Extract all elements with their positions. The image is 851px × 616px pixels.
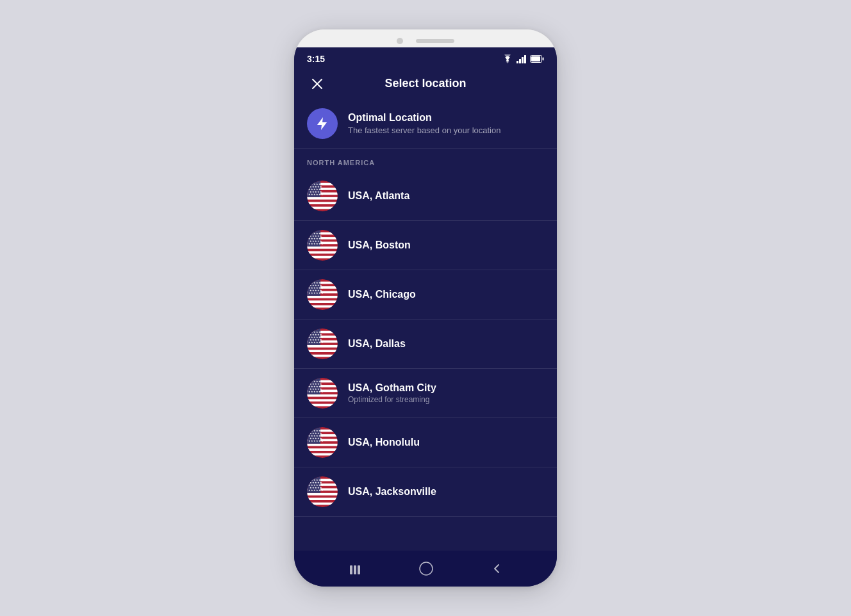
svg-text:★★★★★★: ★★★★★★	[308, 489, 324, 492]
status-time: 3:15	[307, 54, 325, 64]
svg-text:★★★★★★: ★★★★★★	[308, 390, 324, 393]
svg-rect-58	[307, 355, 338, 357]
svg-rect-99	[307, 498, 338, 500]
svg-text:★★★★★★: ★★★★★★	[308, 341, 324, 344]
usa-flag-dallas: ★★★★★★ ★★★★★ ★★★★★★ ★★★★★ ★★★★★★	[307, 328, 338, 359]
location-item-atlanta[interactable]: ★★★★★★ ★★★★★ ★★★★★★ ★★★★★ ★★★★★★ USA, At…	[294, 172, 557, 221]
nav-back[interactable]	[491, 563, 502, 574]
svg-rect-109	[358, 565, 360, 574]
phone-notch	[294, 29, 557, 47]
bottom-nav	[294, 551, 557, 587]
location-name-boston: USA, Boston	[348, 239, 411, 251]
optimal-location-item[interactable]: Optimal Location The fastest server base…	[294, 99, 557, 149]
front-camera	[397, 38, 403, 44]
location-text-boston: USA, Boston	[348, 239, 411, 251]
usa-flag-boston: ★★★★★★ ★★★★★ ★★★★★★ ★★★★★ ★★★★★★	[307, 230, 338, 261]
svg-rect-30	[307, 256, 338, 259]
svg-text:★★★★★★: ★★★★★★	[308, 242, 324, 245]
svg-text:★★★★★★: ★★★★★★	[308, 439, 324, 442]
svg-rect-42	[307, 296, 338, 298]
location-text-honolulu: USA, Honolulu	[348, 437, 420, 448]
svg-rect-29	[307, 251, 338, 254]
svg-rect-98	[307, 493, 338, 496]
svg-rect-57	[307, 350, 338, 352]
svg-rect-108	[354, 565, 356, 574]
location-item-gotham[interactable]: ★★★★★★ ★★★★★ ★★★★★★ ★★★★★ ★★★★★★ USA, Go…	[294, 369, 557, 418]
nav-recent-apps[interactable]	[349, 562, 361, 575]
signal-icon	[516, 54, 527, 63]
svg-rect-15	[307, 202, 338, 204]
phone-screen: 3:15	[294, 47, 557, 587]
location-name-jacksonville: USA, Jacksonville	[348, 486, 436, 498]
usa-flag-jacksonville: ★★★★★★ ★★★★★ ★★★★★★ ★★★★★ ★★★★★★	[307, 476, 338, 507]
svg-rect-56	[307, 345, 338, 348]
location-sub-gotham: Optimized for streaming	[348, 395, 436, 404]
optimal-subtitle: The fastest server based on your locatio…	[348, 126, 500, 135]
svg-text:★★★★★★: ★★★★★★	[308, 291, 324, 295]
usa-flag-gotham: ★★★★★★ ★★★★★ ★★★★★★ ★★★★★ ★★★★★★	[307, 378, 338, 409]
location-text-gotham: USA, Gotham City Optimized for streaming	[348, 382, 436, 404]
svg-rect-1	[519, 59, 521, 63]
location-item-dallas[interactable]: ★★★★★★ ★★★★★ ★★★★★★ ★★★★★ ★★★★★★ USA, Da…	[294, 320, 557, 369]
usa-flag-chicago: ★★★★★★ ★★★★★ ★★★★★★ ★★★★★ ★★★★★★	[307, 279, 338, 310]
location-name-gotham: USA, Gotham City	[348, 382, 436, 394]
location-item-jacksonville[interactable]: ★★★★★★ ★★★★★ ★★★★★★ ★★★★★ ★★★★★★ USA, Ja…	[294, 467, 557, 517]
location-item-chicago[interactable]: ★★★★★★ ★★★★★ ★★★★★★ ★★★★★ ★★★★★★ USA, Ch…	[294, 270, 557, 320]
optimal-icon	[307, 108, 338, 139]
optimal-title: Optimal Location	[348, 112, 500, 124]
svg-rect-110	[420, 562, 433, 575]
svg-rect-84	[307, 444, 338, 446]
svg-rect-71	[307, 399, 338, 401]
location-text-atlanta: USA, Atlanta	[348, 190, 409, 202]
location-item-boston[interactable]: ★★★★★★ ★★★★★ ★★★★★★ ★★★★★ ★★★★★★ USA, Bo…	[294, 221, 557, 270]
svg-rect-85	[307, 448, 338, 451]
usa-flag-atlanta: ★★★★★★ ★★★★★ ★★★★★★ ★★★★★ ★★★★★★	[307, 181, 338, 211]
location-text-dallas: USA, Dallas	[348, 338, 406, 350]
svg-rect-86	[307, 453, 338, 456]
svg-rect-43	[307, 300, 338, 303]
location-text-chicago: USA, Chicago	[348, 289, 416, 300]
location-name-honolulu: USA, Honolulu	[348, 437, 420, 448]
svg-rect-44	[307, 305, 338, 308]
svg-rect-2	[522, 57, 524, 63]
wifi-icon	[502, 54, 513, 63]
svg-rect-14	[307, 197, 338, 200]
status-icons	[502, 54, 544, 63]
svg-rect-16	[307, 207, 338, 209]
location-name-atlanta: USA, Atlanta	[348, 190, 409, 202]
nav-home[interactable]	[419, 562, 433, 576]
location-item-honolulu[interactable]: ★★★★★★ ★★★★★ ★★★★★★ ★★★★★ ★★★★★★ USA, Ho…	[294, 418, 557, 467]
usa-flag-honolulu: ★★★★★★ ★★★★★ ★★★★★★ ★★★★★ ★★★★★★	[307, 427, 338, 458]
content-area[interactable]: Optimal Location The fastest server base…	[294, 99, 557, 551]
svg-rect-70	[307, 394, 338, 397]
bolt-icon	[315, 116, 330, 131]
phone-device: 3:15	[294, 29, 557, 587]
app-header: Select location	[294, 68, 557, 99]
svg-rect-107	[350, 565, 352, 574]
speaker-grille	[416, 39, 454, 43]
status-bar: 3:15	[294, 47, 557, 68]
region-north-america: NORTH AMERICA	[294, 149, 557, 172]
close-button[interactable]	[307, 74, 327, 94]
svg-rect-28	[307, 247, 338, 249]
location-name-chicago: USA, Chicago	[348, 289, 416, 300]
optimal-text: Optimal Location The fastest server base…	[348, 112, 500, 135]
location-text-jacksonville: USA, Jacksonville	[348, 486, 436, 498]
header-title: Select location	[384, 77, 466, 90]
battery-icon	[530, 55, 544, 63]
location-name-dallas: USA, Dallas	[348, 338, 406, 350]
svg-rect-0	[516, 61, 518, 63]
svg-text:★★★★★★: ★★★★★★	[308, 193, 324, 196]
svg-rect-100	[307, 503, 338, 505]
svg-rect-6	[531, 56, 540, 61]
svg-rect-3	[524, 55, 526, 63]
svg-rect-72	[307, 404, 338, 407]
svg-rect-5	[543, 58, 544, 61]
